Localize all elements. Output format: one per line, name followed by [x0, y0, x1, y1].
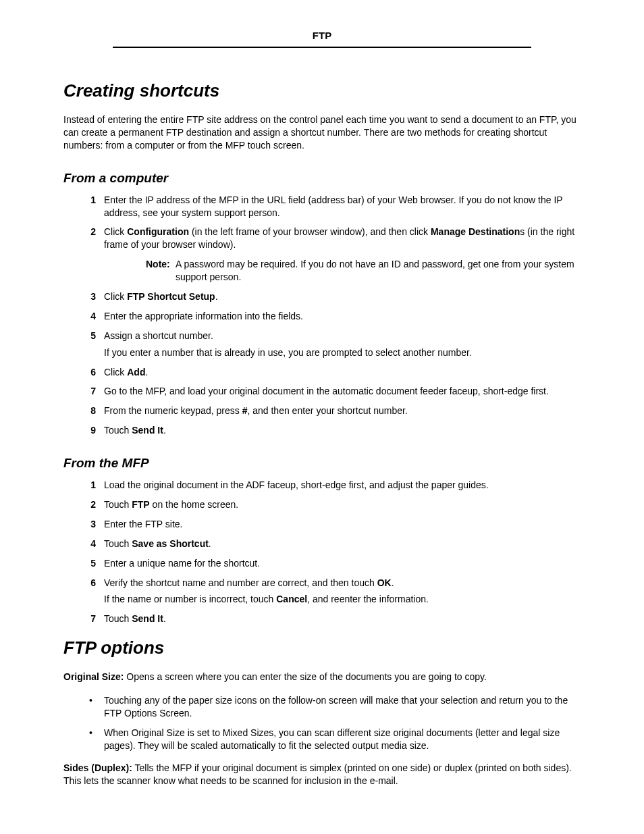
step-number: 6	[84, 366, 96, 379]
step-text: Assign a shortcut number.	[104, 330, 213, 341]
step-item: 2 Click Configuration (in the left frame…	[84, 226, 581, 284]
step-item: 6 Verify the shortcut name and number ar…	[84, 577, 581, 606]
steps-from-computer: 1 Enter the IP address of the MFP in the…	[84, 194, 581, 437]
step-number: 4	[84, 310, 96, 323]
subsection-heading-from-mfp: From the MFP	[63, 456, 581, 471]
original-size-paragraph: Original Size: Opens a screen where you …	[63, 671, 581, 683]
step-text: Touch Save as Shortcut.	[104, 538, 211, 549]
sides-duplex-paragraph: Sides (Duplex): Tells the MFP if your or…	[63, 762, 581, 787]
step-text: Enter a unique name for the shortcut.	[104, 558, 260, 569]
step-text: Touch FTP on the home screen.	[104, 499, 238, 510]
step-number: 5	[84, 557, 96, 570]
step-text: Touch Send It.	[104, 425, 166, 436]
step-number: 7	[84, 385, 96, 398]
step-text: Click Add.	[104, 367, 148, 377]
step-number: 1	[84, 479, 96, 492]
step-item: 2 Touch FTP on the home screen.	[84, 498, 581, 511]
step-item: 1 Load the original document in the ADF …	[84, 479, 581, 492]
step-text: Load the original document in the ADF fa…	[104, 479, 489, 490]
step-number: 8	[84, 405, 96, 417]
section-heading-creating-shortcuts: Creating shortcuts	[63, 80, 581, 101]
step-number: 4	[84, 538, 96, 550]
step-item: 7 Go to the MFP, and load your original …	[84, 385, 581, 398]
step-item: 9 Touch Send It.	[84, 424, 581, 437]
options-bullet-list: Touching any of the paper size icons on …	[84, 694, 581, 752]
step-item: 4 Enter the appropriate information into…	[84, 310, 581, 323]
step-item: 1 Enter the IP address of the MFP in the…	[84, 194, 581, 219]
step-number: 9	[84, 424, 96, 437]
step-text: Verify the shortcut name and number are …	[104, 577, 394, 588]
step-number: 2	[84, 226, 96, 238]
step-text: Enter the FTP site.	[104, 519, 182, 529]
step-item: 3 Enter the FTP site.	[84, 518, 581, 531]
step-number: 5	[84, 330, 96, 342]
subsection-heading-from-computer: From a computer	[63, 171, 581, 186]
step-item: 4 Touch Save as Shortcut.	[84, 538, 581, 550]
step-number: 1	[84, 194, 96, 207]
step-item: 7 Touch Send It.	[84, 613, 581, 625]
note-label: Note:	[146, 258, 170, 271]
step-item: 5 Enter a unique name for the shortcut.	[84, 557, 581, 570]
bullet-item: Touching any of the paper size icons on …	[84, 694, 581, 720]
step-number: 3	[84, 290, 96, 303]
step-text: Click FTP Shortcut Setup.	[104, 291, 218, 302]
original-size-label: Original Size:	[63, 671, 124, 682]
step-number: 7	[84, 613, 96, 625]
step-text: Touch Send It.	[104, 613, 166, 624]
note-block: Note: A password may be required. If you…	[146, 258, 581, 284]
step-number: 3	[84, 518, 96, 531]
step-item: 3 Click FTP Shortcut Setup.	[84, 290, 581, 303]
sides-duplex-text: Tells the MFP if your original document …	[63, 762, 572, 786]
original-size-text: Opens a screen where you can enter the s…	[124, 671, 487, 682]
step-text: From the numeric keypad, press #, and th…	[104, 405, 408, 416]
step-text: Enter the appropriate information into t…	[104, 311, 303, 321]
step-item: 6 Click Add.	[84, 366, 581, 379]
step-text: Enter the IP address of the MFP in the U…	[104, 194, 562, 218]
step-text: Go to the MFP, and load your original do…	[104, 386, 549, 396]
section-heading-ftp-options: FTP options	[63, 637, 581, 658]
step-subtext: If the name or number is incorrect, touc…	[104, 593, 581, 606]
step-text: Click Configuration (in the left frame o…	[104, 226, 574, 250]
page-header: FTP	[113, 30, 531, 48]
bullet-item: When Original Size is set to Mixed Sizes…	[84, 727, 581, 752]
step-subtext: If you enter a number that is already in…	[104, 346, 581, 359]
step-number: 2	[84, 498, 96, 511]
sides-duplex-label: Sides (Duplex):	[63, 762, 132, 773]
steps-from-mfp: 1 Load the original document in the ADF …	[84, 479, 581, 625]
note-text: A password may be required. If you do no…	[176, 259, 574, 282]
step-item: 5 Assign a shortcut number. If you enter…	[84, 330, 581, 359]
intro-paragraph: Instead of entering the entire FTP site …	[63, 113, 581, 152]
step-number: 6	[84, 577, 96, 590]
step-item: 8 From the numeric keypad, press #, and …	[84, 405, 581, 417]
